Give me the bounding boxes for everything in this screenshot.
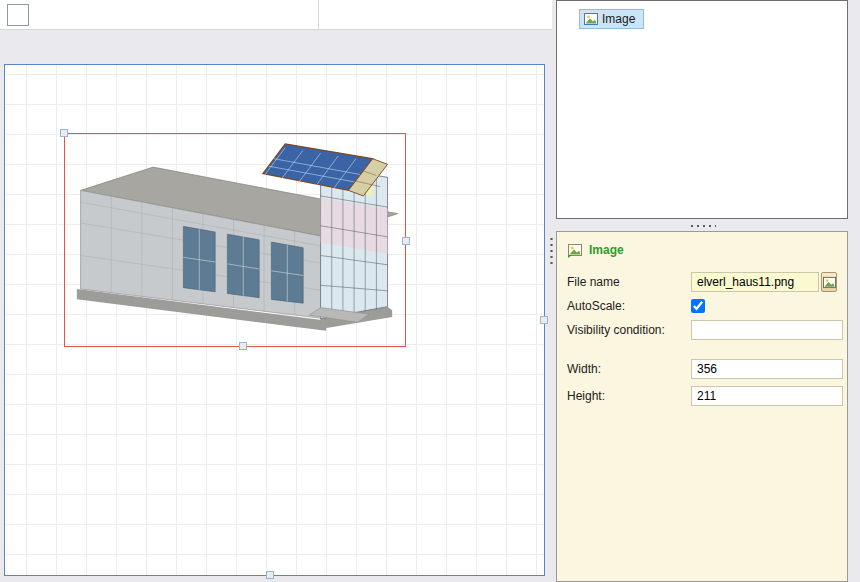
app-window: Image Image File name — [0, 0, 860, 582]
file-name-input[interactable] — [691, 272, 819, 292]
toolbar-button[interactable] — [7, 4, 29, 26]
section-spacer — [567, 347, 837, 359]
building-image[interactable] — [68, 142, 402, 342]
resize-handle-right-middle[interactable] — [402, 237, 410, 245]
width-input[interactable] — [691, 359, 843, 379]
toolbar-divider — [318, 0, 319, 30]
autoscale-checkbox[interactable] — [691, 299, 705, 313]
height-label: Height: — [567, 389, 691, 403]
autoscale-label: AutoScale: — [567, 299, 691, 313]
toolbox-panel: Image — [556, 0, 848, 219]
file-name-label: File name — [567, 275, 691, 289]
toolbox-item-image[interactable]: Image — [579, 9, 644, 29]
properties-panel: Image File name AutoScale: Visibility co… — [556, 231, 848, 582]
image-icon — [823, 276, 836, 289]
properties-title: Image — [589, 243, 624, 257]
autoscale-row: AutoScale: — [567, 299, 837, 313]
visibility-row: Visibility condition: — [567, 320, 837, 340]
height-input[interactable] — [691, 386, 843, 406]
resize-handle-bottom-center[interactable] — [239, 342, 247, 350]
image-selection-rect[interactable] — [64, 133, 406, 347]
splitter-dots-icon — [688, 223, 716, 227]
image-icon — [567, 242, 583, 258]
panel-splitter-vertical[interactable] — [549, 236, 554, 268]
panel-splitter-horizontal[interactable] — [556, 219, 848, 231]
page-handle-bottom-center[interactable] — [266, 571, 274, 579]
width-row: Width: — [567, 359, 837, 379]
image-icon — [584, 12, 598, 26]
toolbar — [0, 0, 552, 30]
properties-header: Image — [567, 242, 837, 258]
visibility-input[interactable] — [691, 320, 843, 340]
visibility-label: Visibility condition: — [567, 323, 691, 337]
resize-handle-top-left[interactable] — [60, 129, 68, 137]
width-label: Width: — [567, 362, 691, 376]
toolbox-item-label: Image — [602, 12, 635, 26]
page-handle-right-middle[interactable] — [540, 316, 548, 324]
browse-button[interactable] — [821, 272, 837, 292]
file-name-row: File name — [567, 272, 837, 292]
height-row: Height: — [567, 386, 837, 406]
